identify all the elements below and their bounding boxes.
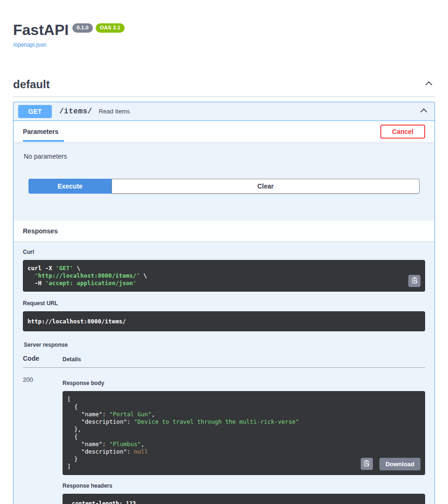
code-column-header: Code <box>23 355 63 363</box>
copy-curl-button[interactable] <box>408 275 420 287</box>
response-headers-text: content-length: 123 content-type: applic… <box>63 494 425 504</box>
collapse-section-button[interactable] <box>423 77 435 91</box>
opblock-summary[interactable]: GET /items/ Read Items <box>14 102 434 121</box>
api-info: FastAPI 0.1.0 OAS 3.1 /openapi.json <box>13 0 435 49</box>
response-row-200: 200 Response body [ { "name": "Portal Gu… <box>23 368 425 504</box>
response-body-label: Response body <box>63 376 425 386</box>
version-badge: 0.1.0 <box>72 23 93 33</box>
cancel-button[interactable]: Cancel <box>380 125 425 139</box>
status-code: 200 <box>23 376 63 504</box>
clear-button[interactable]: Clear <box>112 179 420 194</box>
details-column-header: Details <box>63 355 81 363</box>
clipboard-copy-icon <box>363 460 370 468</box>
execute-button[interactable]: Execute <box>28 179 112 194</box>
execute-wrapper: Execute Clear <box>14 179 434 208</box>
responses-header-title: Responses <box>23 227 58 235</box>
curl-command: curl -X 'GET' \ 'http://localhost:8000/i… <box>23 260 425 292</box>
responses-section-header: Responses <box>14 221 434 241</box>
response-body-block: [ { "name": "Portal Gun", "description":… <box>63 391 425 475</box>
request-url-label: Request URL <box>23 300 425 307</box>
tag-section-default[interactable]: default <box>13 77 435 97</box>
response-headers-block: content-length: 123 content-type: applic… <box>63 494 425 504</box>
server-response-label: Server response <box>24 342 425 348</box>
endpoint-path: /items/ <box>59 107 92 116</box>
parameters-section-header: Parameters Cancel <box>14 121 434 142</box>
copy-response-button[interactable] <box>361 458 373 470</box>
page: FastAPI 0.1.0 OAS 3.1 /openapi.json defa… <box>0 0 448 504</box>
tab-parameters[interactable]: Parameters <box>23 125 64 142</box>
response-headers-label: Response headers <box>63 483 425 489</box>
responses-content: Curl curl -X 'GET' \ 'http://localhost:8… <box>14 241 434 504</box>
request-url-value: http://localhost:8000/items/ <box>28 318 126 325</box>
openapi-spec-link[interactable]: /openapi.json <box>13 42 46 48</box>
response-body-actions: Download <box>361 458 420 470</box>
endpoint-summary: Read Items <box>99 108 418 115</box>
api-badges: 0.1.0 OAS 3.1 <box>72 23 125 33</box>
request-url-block: http://localhost:8000/items/ <box>23 311 425 331</box>
curl-block: curl -X 'GET' \ 'http://localhost:8000/i… <box>23 260 425 292</box>
collapse-operation-button[interactable] <box>418 105 430 118</box>
response-detail: Response body [ { "name": "Portal Gun", … <box>63 376 425 504</box>
chevron-up-icon <box>419 105 429 117</box>
oas-version-badge: OAS 3.1 <box>96 23 125 33</box>
curl-label: Curl <box>23 249 425 255</box>
method-badge: GET <box>18 105 52 118</box>
download-button[interactable]: Download <box>379 458 420 470</box>
chevron-up-icon <box>424 78 434 90</box>
api-title: FastAPI <box>13 22 69 37</box>
no-parameters-text: No parameters <box>14 142 434 179</box>
opblock-get-items: GET /items/ Read Items Parameters Cancel… <box>13 102 435 504</box>
clipboard-copy-icon <box>411 277 418 285</box>
tag-title: default <box>13 78 50 91</box>
response-table-header: Code Details <box>23 355 425 368</box>
